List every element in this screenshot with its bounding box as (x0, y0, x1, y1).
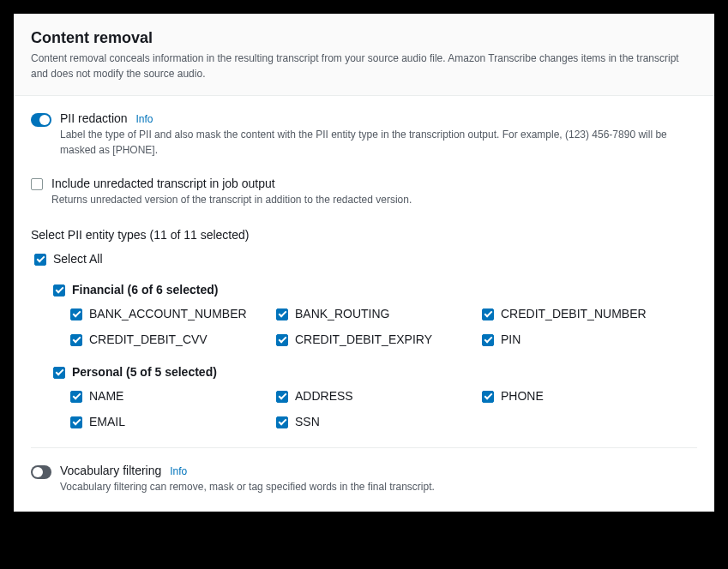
divider (31, 447, 697, 448)
entity-checkbox[interactable] (70, 308, 82, 320)
select-all-row: Select All (34, 252, 697, 266)
vocabulary-filtering-desc: Vocabulary filtering can remove, mask or… (60, 479, 697, 494)
entity-types-heading: Select PII entity types (11 of 11 select… (31, 228, 697, 242)
entity-checkbox[interactable] (482, 391, 494, 403)
entity-bank-routing: BANK_ROUTING (276, 307, 482, 320)
include-unredacted-label: Include unredacted transcript in job out… (51, 177, 275, 190)
vocabulary-filtering-row: Vocabulary filtering Info Vocabulary fil… (31, 464, 697, 494)
entity-checkbox[interactable] (70, 416, 82, 428)
select-all-checkbox[interactable] (34, 254, 46, 266)
include-unredacted-checkbox[interactable] (31, 178, 43, 190)
group-financial-row: Financial (6 of 6 selected) (53, 283, 697, 296)
group-financial-label: Financial (6 of 6 selected) (72, 283, 218, 296)
pii-redaction-row: PII redaction Info Label the type of PII… (31, 111, 697, 158)
entity-address: ADDRESS (276, 389, 482, 403)
group-personal-checkbox[interactable] (53, 367, 65, 379)
entity-label: CREDIT_DEBIT_NUMBER (501, 307, 647, 320)
entity-bank-account-number: BANK_ACCOUNT_NUMBER (70, 307, 276, 320)
group-personal-row: Personal (5 of 5 selected) (53, 365, 697, 379)
pii-redaction-toggle[interactable] (31, 113, 51, 127)
entity-label: ADDRESS (295, 389, 353, 403)
entity-label: EMAIL (89, 415, 125, 428)
entity-credit-debit-expiry: CREDIT_DEBIT_EXPIRY (276, 332, 482, 346)
entity-phone: PHONE (482, 389, 688, 403)
include-unredacted-row: Include unredacted transcript in job out… (31, 177, 697, 207)
vocab-info-link[interactable]: Info (170, 465, 187, 477)
group-personal-label: Personal (5 of 5 selected) (72, 365, 217, 379)
entity-ssn: SSN (276, 415, 482, 428)
entity-pin: PIN (482, 332, 688, 346)
entity-email: EMAIL (70, 415, 276, 428)
panel-header: Content removal Content removal conceals… (14, 14, 714, 96)
pii-redaction-desc: Label the type of PII and also mask the … (60, 127, 697, 158)
vocabulary-filtering-label: Vocabulary filtering (60, 464, 161, 477)
panel-title: Content removal (31, 29, 697, 47)
entity-label: BANK_ROUTING (295, 307, 389, 320)
entity-label: BANK_ACCOUNT_NUMBER (89, 307, 247, 320)
entity-checkbox[interactable] (276, 308, 288, 320)
group-financial-checkbox[interactable] (53, 284, 65, 296)
entity-credit-debit-cvv: CREDIT_DEBIT_CVV (70, 332, 276, 346)
panel-subtitle: Content removal conceals information in … (31, 51, 697, 81)
entity-label: CREDIT_DEBIT_CVV (89, 332, 208, 346)
entity-checkbox[interactable] (482, 334, 494, 346)
entity-label: CREDIT_DEBIT_EXPIRY (295, 332, 432, 346)
content-removal-panel: Content removal Content removal conceals… (14, 14, 714, 512)
entity-checkbox[interactable] (70, 391, 82, 403)
pii-info-link[interactable]: Info (136, 113, 153, 125)
include-unredacted-desc: Returns unredacted version of the transc… (51, 192, 697, 207)
financial-entities: BANK_ACCOUNT_NUMBER BANK_ROUTING CREDIT_… (70, 307, 697, 346)
select-all-label: Select All (53, 252, 103, 266)
entity-checkbox[interactable] (276, 416, 288, 428)
pii-redaction-label: PII redaction (60, 111, 128, 125)
entity-label: SSN (295, 415, 320, 428)
entity-label: PHONE (501, 389, 544, 403)
entity-name: NAME (70, 389, 276, 403)
entity-checkbox[interactable] (276, 391, 288, 403)
entity-checkbox[interactable] (276, 334, 288, 346)
vocabulary-filtering-toggle[interactable] (31, 465, 51, 479)
entity-label: NAME (89, 389, 123, 403)
entity-checkbox[interactable] (70, 334, 82, 346)
personal-entities: NAME ADDRESS PHONE EMAIL SSN (70, 389, 697, 428)
panel-body: PII redaction Info Label the type of PII… (14, 96, 714, 512)
entity-checkbox[interactable] (482, 308, 494, 320)
entity-label: PIN (501, 332, 520, 346)
entity-credit-debit-number: CREDIT_DEBIT_NUMBER (482, 307, 688, 320)
